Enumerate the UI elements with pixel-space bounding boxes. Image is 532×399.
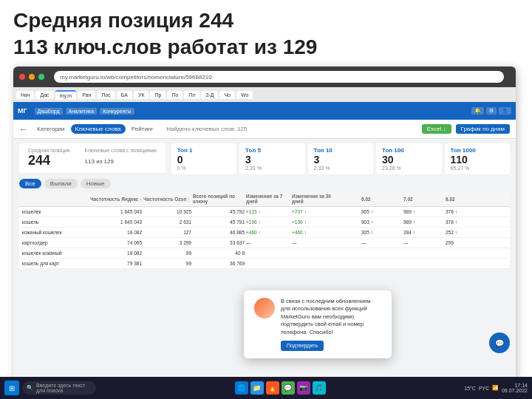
taskbar-edge[interactable]: 🌐 [235, 381, 248, 395]
heading-line2: 113 ключ.слов работат из 129 [13, 34, 317, 61]
taskbar-time: 17:14 09.07.2022 [502, 383, 528, 393]
graph-button[interactable]: График по дням [456, 124, 510, 134]
taskbar-search[interactable]: 🔍 Введите здесь текст для поиска [22, 381, 96, 395]
taskbar-search-text: Введите здесь текст для поиска [36, 383, 92, 393]
window-minimize-dot[interactable] [29, 74, 35, 80]
browser-tab-4[interactable]: Ран [78, 91, 95, 99]
td-total: 36 769 [193, 261, 245, 266]
top-nav: МГ Дашборд Аналитика Конкуренты 🔔 ⚙ 👤 [13, 102, 516, 120]
filter-dropped[interactable]: Выпали [44, 179, 78, 188]
td-yandex: 1 645 043 [90, 219, 142, 225]
browser-tab-11[interactable]: 2-Д [201, 91, 218, 99]
filter-all[interactable]: Все [19, 179, 41, 188]
start-button[interactable]: ⊞ [4, 381, 19, 395]
browser-tab-6[interactable]: БА [117, 91, 132, 99]
nav-btn-comp[interactable]: Конкуренты [100, 108, 134, 115]
window-close-dot[interactable] [19, 74, 25, 80]
browser-tab-1[interactable]: Нач [16, 91, 34, 99]
popup-overlay: В связи с последним обновлением для испо… [244, 290, 392, 358]
col-total[interactable]: Всего позиций по ключу [193, 194, 245, 204]
td-delta7: +106 ↑ [246, 219, 290, 225]
browser-tab-13[interactable]: Wo [236, 91, 253, 99]
td-d2: 989 ↑ [403, 219, 444, 225]
topn-1-title: Топ 1 [177, 147, 231, 154]
taskbar-apps: 🌐 📁 🔥 💬 📷 🎵 [99, 381, 461, 395]
window-maximize-dot[interactable] [38, 74, 44, 80]
taskbar-app-5[interactable]: 🎵 [313, 381, 326, 395]
topn-1000-title: Топ 1000 [451, 147, 504, 154]
col-yandex[interactable]: Частотность Яндекс ↕ [90, 194, 142, 204]
td-d3: 252 ↑ [446, 230, 486, 235]
url-bar[interactable]: my.marketguru.io/wb/competitors/nomencla… [54, 71, 504, 83]
excel-button[interactable]: Excel ↓ [422, 124, 451, 134]
topn-100-pct: 23,26 % [382, 166, 435, 171]
nav-btn-dash[interactable]: Дашборд [35, 108, 63, 115]
td-yandex: 18 082 [90, 230, 142, 235]
topn-card-10: Топ 10 3 2,33 % [308, 143, 373, 174]
browser-tab-3[interactable]: my.m [55, 90, 77, 100]
back-button[interactable]: ← [19, 124, 28, 134]
td-d1: 305 ↑ [361, 230, 402, 235]
browser-tab-5[interactable]: Пос [97, 91, 115, 99]
table-body: кошелек 1 645 043 10 925 45 792 +115 ↑ +… [19, 207, 510, 269]
taskbar-app-1[interactable]: 📁 [250, 381, 264, 395]
td-keyword: кошель для карт [22, 261, 89, 266]
stats-left-block: Средняя позиция 244 Ключевые слова с поз… [19, 143, 166, 173]
nav-btn-ana[interactable]: Аналитика [66, 108, 98, 115]
table-row[interactable]: кошелек кожаный 18 082 99 40 8 [19, 248, 510, 259]
taskbar-app-4[interactable]: 📷 [297, 381, 310, 395]
tab-categories[interactable]: Категории [33, 124, 69, 134]
td-delta7: +460 ↑ [246, 230, 290, 235]
taskbar-right: 15°C РУС 📶 17:14 09.07.2022 [464, 383, 528, 393]
filter-tabs: Все Выпали Новые [13, 179, 516, 191]
table-row[interactable]: кошель 1 645 043 2 631 45 791 +106 ↑ +10… [19, 217, 510, 228]
category-tabs: Категории Ключевые слова Рейтинг [33, 124, 157, 134]
topn-5-title: Топ 5 [245, 147, 299, 154]
taskbar-network: 📶 [492, 385, 499, 391]
support-bubble[interactable]: 💬 [489, 332, 510, 353]
td-keyword: кошелек [22, 209, 89, 214]
td-delta30: +707 ↑ [292, 209, 336, 214]
td-ozon: 3 299 [143, 240, 191, 245]
table-header: Частотность Яндекс ↕ Частотность Ozon ↕ … [19, 191, 510, 207]
popup-text: В связи с последним обновлением для испо… [281, 298, 381, 351]
td-total: 45 791 [193, 219, 245, 225]
td-ozon: 10 925 [143, 209, 191, 214]
td-yandex: 74 065 [90, 240, 142, 245]
browser-tab-12[interactable]: Чо [219, 91, 235, 99]
popup-confirm-button[interactable]: Подтвердить [281, 341, 324, 351]
table-row[interactable]: картхолдер 74 065 3 299 33 637 — — — — 2… [19, 238, 510, 248]
avg-position-value: 244 [28, 153, 50, 168]
topn-10-pct: 2,33 % [314, 166, 367, 171]
td-d3: 378 ↑ [446, 219, 486, 225]
browser-tab-8[interactable]: Пр [150, 91, 166, 99]
col-delta30: Изменение за 30 дней [292, 194, 336, 204]
taskbar-app-2[interactable]: 🔥 [266, 381, 279, 395]
taskbar-app-3[interactable]: 💬 [282, 381, 295, 395]
filter-new[interactable]: Новые [81, 179, 111, 188]
col-d3: 8.02 [446, 194, 486, 204]
col-ozon[interactable]: Частотность Ozon ↕ [143, 194, 191, 204]
topn-100-value: 30 [382, 154, 435, 166]
td-total: 40 885 [193, 230, 245, 235]
topn-100-title: Топ 100 [382, 147, 435, 154]
td-ozon: 127 [143, 230, 191, 235]
topn-card-100: Топ 100 30 23,26 % [376, 143, 441, 174]
browser-tab-7[interactable]: УК [134, 91, 149, 99]
tab-rating[interactable]: Рейтинг [127, 124, 157, 134]
browser-tab-2[interactable]: Дас [35, 91, 53, 99]
tab-keywords[interactable]: Ключевые слова [71, 124, 126, 134]
td-ozon: 99 [143, 261, 191, 266]
browser-tab-10[interactable]: Пл [184, 91, 200, 99]
nav-notifications[interactable]: 🔔 [471, 107, 484, 115]
url-text: my.marketguru.io/wb/competitors/nomencla… [60, 74, 212, 81]
nav-settings[interactable]: ⚙ [486, 107, 497, 115]
nav-user[interactable]: 👤 [499, 107, 511, 115]
table-row[interactable]: кошель для карт 79 381 99 36 769 [19, 259, 510, 269]
td-keyword: кошелек кожаный [22, 250, 89, 256]
table-row[interactable]: кошелек 1 645 043 10 925 45 792 +115 ↑ +… [19, 207, 510, 217]
topn-10-title: Топ 10 [314, 147, 367, 154]
browser-tab-9[interactable]: По [167, 91, 183, 99]
topn-card-1000: Топ 1000 110 85,27 % [445, 143, 510, 174]
table-row[interactable]: кожаный кошелек 18 082 127 40 885 +460 ↑… [19, 228, 510, 238]
